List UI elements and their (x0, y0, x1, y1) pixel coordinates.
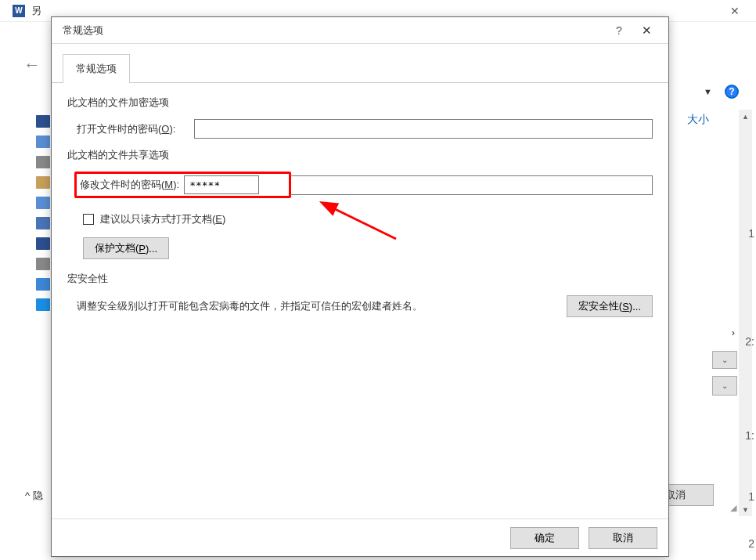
modify-password-label: 修改文件时的密码(M): (77, 175, 184, 195)
sidebar-icon[interactable] (36, 135, 50, 148)
scroll-down-icon[interactable]: ▼ (739, 503, 752, 516)
dialog-titlebar: 常规选项 ? ✕ (52, 17, 668, 43)
share-section-title: 此文档的文件共享选项 (67, 148, 653, 162)
hide-folders-label[interactable]: ^ 隐 (25, 489, 43, 503)
back-arrow-icon[interactable]: ← (23, 55, 41, 75)
dialog-footer: 确定 取消 (52, 518, 668, 556)
dropdown-icon[interactable]: ⌄ (712, 376, 737, 396)
highlighted-area: 修改文件时的密码(M): (74, 172, 291, 198)
macro-section-title: 宏安全性 (67, 272, 653, 286)
dropdown-icon[interactable]: ⌄ (712, 351, 737, 369)
ok-button[interactable]: 确定 (510, 527, 579, 549)
modify-password-row: 修改文件时的密码(M): (77, 172, 653, 198)
bg-toolbar-right: ▼ ? (704, 85, 739, 99)
readonly-checkbox-row: 建议以只读方式打开文档(E) (83, 212, 653, 226)
sidebar-icon[interactable] (36, 197, 50, 209)
scroll-up-icon[interactable]: ▲ (739, 110, 752, 123)
sidebar-icon[interactable] (36, 156, 50, 168)
tab-general[interactable]: 常规选项 (63, 54, 130, 83)
modify-password-input-extent[interactable] (290, 175, 653, 195)
chevron-down-icon[interactable]: ▼ (704, 87, 712, 96)
open-password-input[interactable] (194, 119, 653, 139)
dialog-tabs: 常规选项 (52, 44, 668, 83)
chevron-right-icon[interactable]: › (732, 327, 735, 338)
macro-description: 调整安全级别以打开可能包含宏病毒的文件，并指定可信任的宏创建者姓名。 (77, 299, 557, 313)
encrypt-section-title: 此文档的文件加密选项 (67, 96, 653, 110)
cancel-button[interactable]: 取消 (589, 527, 657, 549)
sidebar-icon[interactable] (36, 176, 50, 189)
sidebar-icon[interactable] (36, 278, 50, 291)
open-password-row: 打开文件时的密码(O): (77, 119, 653, 139)
open-password-label: 打开文件时的密码(O): (77, 122, 194, 136)
bg-window-title: 另 (31, 4, 41, 18)
readonly-checkbox[interactable] (83, 214, 94, 225)
sidebar-icon[interactable] (36, 258, 50, 270)
dialog-title: 常规选项 (63, 23, 103, 38)
sidebar-icons (36, 115, 50, 311)
readonly-checkbox-label[interactable]: 建议以只读方式打开文档(E) (100, 212, 225, 226)
dialog-help-icon[interactable]: ? (607, 24, 631, 37)
sidebar-icon[interactable] (36, 115, 50, 128)
sidebar-icon[interactable] (36, 237, 50, 250)
column-header-size[interactable]: 大小 (687, 113, 709, 127)
modify-password-input[interactable] (184, 175, 259, 194)
macro-security-button[interactable]: 宏安全性(S)... (567, 295, 653, 317)
dialog-body: 此文档的文件加密选项 打开文件时的密码(O): 此文档的文件共享选项 修改文件时… (52, 83, 668, 330)
scrollbar[interactable]: ▲ ▼ (739, 110, 752, 516)
sidebar-icon[interactable] (36, 217, 50, 229)
help-icon[interactable]: ? (725, 85, 739, 99)
word-icon: W (13, 5, 25, 17)
macro-row: 调整安全级别以打开可能包含宏病毒的文件，并指定可信任的宏创建者姓名。 宏安全性(… (77, 295, 653, 317)
bg-close-icon[interactable]: ✕ (717, 0, 753, 22)
sidebar-icon[interactable] (36, 298, 50, 311)
resize-grip-icon[interactable]: ◢ (730, 503, 736, 513)
general-options-dialog: 常规选项 ? ✕ 常规选项 此文档的文件加密选项 打开文件时的密码(O): 此文… (51, 16, 669, 557)
protect-document-button[interactable]: 保护文档(P)... (83, 237, 169, 259)
dialog-close-icon[interactable]: ✕ (631, 23, 662, 38)
